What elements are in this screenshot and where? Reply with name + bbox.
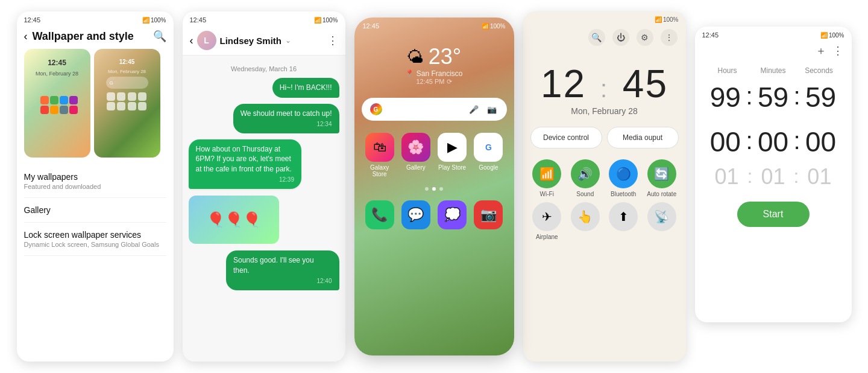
device-control-btn[interactable]: Device control (530, 127, 602, 148)
time-1: 12:45 (24, 16, 41, 24)
more-icon-4[interactable]: ⋮ (661, 29, 678, 46)
toggle-bluetooth[interactable]: 🔵 Bluetooth (607, 159, 641, 197)
media-output-btn[interactable]: Media ouput (607, 127, 679, 148)
dropdown-icon[interactable]: ⌄ (285, 36, 291, 45)
status-bar-3: 12:45 📶 100% (354, 18, 514, 32)
bubble-1: Hi~! I'm BACK!!! (272, 78, 339, 98)
time-5: 12:45 (702, 31, 719, 39)
toggle-sound[interactable]: 🔊 Sound (568, 159, 602, 197)
back-icon[interactable]: ‹ (24, 30, 28, 43)
balloon-image: 🎈🎈🎈 (189, 196, 279, 244)
wallpaper-screen: 12:45 📶 100% ‹ Wallpaper and style 🔍 12:… (17, 11, 174, 362)
message-2: We should meet to catch up! 12:34 (189, 102, 339, 135)
lens-icon[interactable]: 📷 (485, 103, 498, 116)
screen1-menu: My wallpapers Featured and downloaded Ga… (17, 165, 174, 362)
wallpaper-previews: 12:45 Mon, February 28 12:45 Mon, Februa… (17, 49, 174, 165)
status-bar-1: 12:45 📶 100% (17, 11, 174, 26)
weather-city: 📍 San Francisco (360, 69, 508, 78)
voice-search-icon[interactable]: 🎤 (467, 103, 480, 116)
bubble-2: We should meet to catch up! 12:34 (233, 104, 339, 133)
menu-item-lock-screen[interactable]: Lock screen wallpaper services Dynamic L… (24, 223, 166, 256)
clock-screen: 📶 100% 🔍 ⏻ ⚙ ⋮ 12 : 45 Mon, February 28 … (523, 11, 686, 362)
clock-time: 12 : 45 (529, 62, 680, 106)
page-dots (354, 183, 514, 194)
toggle-wifi[interactable]: 📶 Wi-Fi (530, 159, 564, 197)
status-bar-5: 12:45 📶 100% (695, 27, 852, 41)
timer-mid-numbers: 00 : 00 : 00 (695, 120, 852, 164)
settings-icon[interactable]: ⚙ (637, 29, 653, 46)
dock: 📞 💬 💭 📷 (354, 194, 514, 241)
app-galaxy-store[interactable]: 🛍 Galaxy Store (364, 133, 395, 177)
timer-main-numbers: 99 : 59 : 59 (695, 75, 852, 120)
weather-widget: 🌤 23° 📍 San Francisco 12:45 PM ⟳ (354, 32, 514, 92)
clock-date: Mon, February 28 (529, 106, 680, 116)
dock-bubble[interactable]: 💭 (436, 200, 468, 229)
menu-item-gallery[interactable]: Gallery (24, 198, 166, 223)
back-icon-2[interactable]: ‹ (190, 34, 193, 47)
dock-phone[interactable]: 📞 (364, 200, 395, 229)
app-google[interactable]: G Google (473, 133, 504, 177)
timer-sub-numbers: 01 : 01 : 01 (695, 164, 852, 190)
quick-toggles: 📶 Wi-Fi 🔊 Sound 🔵 Bluetooth 🔄 Auto rotat… (523, 159, 686, 240)
menu-item-wallpapers[interactable]: My wallpapers Featured and downloaded (24, 165, 166, 198)
search-bar[interactable]: G 🎤 📷 (362, 98, 507, 121)
app-grid: 🛍 Galaxy Store 🌸 Gallery ▶ Play Store G … (354, 127, 514, 183)
timer-col-labels: Hours Minutes Seconds (695, 63, 852, 75)
messages-header: ‹ L Lindsey Smith ⌄ ⋮ (183, 26, 345, 56)
message-3: How about on Thursday at 6PM? If you are… (189, 138, 339, 191)
messages-body: Wednesday, March 16 Hi~! I'm BACK!!! We … (183, 56, 345, 362)
message-1: Hi~! I'm BACK!!! (189, 76, 339, 100)
screen1-title: Wallpaper and style (33, 30, 134, 43)
contact-name: Lindsey Smith (220, 36, 282, 46)
status-bar-2: 12:45 📶 100% (183, 11, 345, 26)
search-icon[interactable]: 🔍 (153, 30, 166, 43)
weather-temp: 23° (429, 44, 461, 69)
timer-screen: 12:45 📶 100% ＋ ⋮ Hours Minutes Seconds 9… (695, 27, 852, 322)
wallpaper-thumb-2[interactable]: 12:45 Mon, February 28 G (94, 49, 160, 158)
date-label: Wednesday, March 16 (189, 65, 339, 72)
wallpaper-thumb-1[interactable]: 12:45 Mon, February 28 (24, 49, 90, 158)
add-icon[interactable]: ＋ (816, 43, 826, 58)
status-icons-1: 📶 100% (142, 17, 166, 24)
more-icon-5[interactable]: ⋮ (832, 44, 843, 57)
balloon-image-row: 🎈🎈🎈 (189, 193, 339, 246)
more-icon[interactable]: ⋮ (327, 34, 338, 47)
time-3: 12:45 (363, 22, 380, 30)
home-screen: 12:45 📶 100% 🌤 23° 📍 San Francisco 12:45… (354, 18, 514, 355)
weather-icon: 🌤 (407, 47, 424, 67)
app-play-store[interactable]: ▶ Play Store (436, 133, 468, 177)
app-gallery[interactable]: 🌸 Gallery (400, 133, 432, 177)
dock-camera[interactable]: 📷 (473, 200, 504, 229)
google-logo: G (370, 103, 382, 115)
contact-avatar: L (197, 31, 216, 50)
toggle-5[interactable]: 👆 (568, 202, 602, 240)
bubble-3: How about on Thursday at 6PM? If you are… (189, 139, 302, 189)
dock-messages[interactable]: 💬 (400, 200, 432, 229)
main-container: 12:45 📶 100% ‹ Wallpaper and style 🔍 12:… (0, 0, 868, 373)
weather-time: 12:45 PM ⟳ (360, 78, 508, 86)
toggle-7[interactable]: 📡 (645, 202, 679, 240)
quick-icons-row: 🔍 ⏻ ⚙ ⋮ (523, 25, 686, 49)
controls-row: Device control Media ouput (523, 121, 686, 159)
screen1-header: ‹ Wallpaper and style 🔍 (17, 26, 174, 49)
time-2: 12:45 (190, 16, 207, 24)
status-bar-4: 📶 100% (523, 11, 686, 25)
toggle-autorotate[interactable]: 🔄 Auto rotate (645, 159, 679, 197)
timer-header: ＋ ⋮ (695, 41, 852, 63)
start-button[interactable]: Start (737, 202, 810, 227)
bubble-4: Sounds good. I'll see you then. 12:40 (226, 250, 339, 290)
toggle-airplane[interactable]: ✈ Airplane (530, 202, 564, 240)
clock-display: 12 : 45 Mon, February 28 (523, 49, 686, 121)
toggle-6[interactable]: ⬆ (607, 202, 641, 240)
messages-screen: 12:45 📶 100% ‹ L Lindsey Smith ⌄ ⋮ Wedne… (183, 11, 345, 362)
search-icon-4[interactable]: 🔍 (588, 29, 605, 46)
power-icon[interactable]: ⏻ (612, 29, 629, 46)
message-4: Sounds good. I'll see you then. 12:40 (189, 249, 339, 292)
